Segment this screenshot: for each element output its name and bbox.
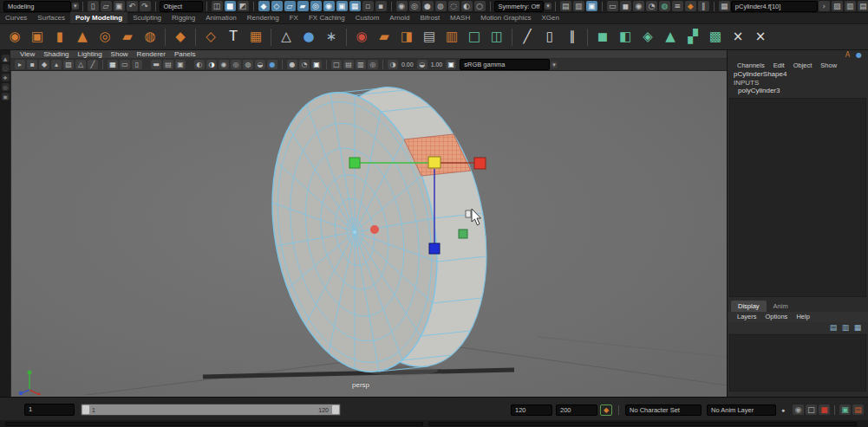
type-tool-icon[interactable]: T <box>223 27 244 48</box>
character-set-dropdown[interactable]: No Character Set <box>625 404 702 416</box>
multisample-icon[interactable]: ◍ <box>243 60 253 69</box>
lock-selection-icon[interactable]: ▫ <box>362 1 374 11</box>
viewport-canvas[interactable]: persp <box>10 71 727 398</box>
exposure-icon[interactable]: ◑ <box>388 60 398 69</box>
color-management-icon[interactable]: ▣ <box>446 60 456 69</box>
manipulator-green-handle[interactable] <box>349 158 360 168</box>
poly-plane-icon[interactable]: ▰ <box>117 27 138 48</box>
construction-history-icon[interactable]: ▣ <box>586 1 597 11</box>
select-hierarchy-icon[interactable]: ◫ <box>212 1 223 11</box>
tab-fx-caching[interactable]: FX Caching <box>303 12 350 23</box>
menu-show[interactable]: Show <box>817 61 840 69</box>
wireframe-on-shaded-icon[interactable]: ▣ <box>311 60 322 69</box>
loop-icon[interactable]: □ <box>806 404 817 415</box>
menu-channels[interactable]: Channels <box>734 61 768 69</box>
gamma-icon[interactable]: ◒ <box>417 60 427 69</box>
project-curve-icon[interactable]: ▩ <box>705 27 726 48</box>
isolate-select-icon[interactable]: ● <box>287 60 297 69</box>
menu-edit[interactable]: Edit <box>770 61 788 69</box>
extract-icon[interactable]: ▤ <box>419 27 440 48</box>
ao-icon[interactable]: ◉ <box>219 60 229 69</box>
menu-set-value[interactable]: Modeling <box>3 1 71 12</box>
image-plane-icon[interactable]: ▧ <box>63 60 74 69</box>
tab-rigging[interactable]: Rigging <box>166 12 200 23</box>
chevron-down-icon[interactable]: ▾ <box>72 3 79 10</box>
highlight-selection-icon[interactable]: ▪ <box>375 1 387 11</box>
mask-rendering-icon[interactable]: ▣ <box>336 1 348 11</box>
tab-display[interactable]: Display <box>731 301 767 312</box>
auto-key-icon[interactable]: ■ <box>819 404 830 415</box>
rotate-tool-icon[interactable]: ◎ <box>2 83 10 91</box>
tab-rendering[interactable]: Rendering <box>242 12 284 23</box>
boolean-intersection-icon[interactable]: ◈ <box>637 27 658 48</box>
separate-icon[interactable]: ◨ <box>396 27 417 48</box>
fog-icon[interactable]: ◒ <box>255 60 265 69</box>
collapse-status-icon[interactable]: › <box>819 1 830 11</box>
tab-anim[interactable]: Anim <box>767 301 795 312</box>
hypershade-icon[interactable]: ◍ <box>659 1 670 11</box>
lock-camera-icon[interactable]: ▪ <box>27 60 37 69</box>
aa-icon[interactable]: ◎ <box>368 60 378 69</box>
grid-icon[interactable]: ▦ <box>108 60 118 69</box>
panel-tool-settings-icon[interactable]: ● <box>854 50 864 61</box>
tab-arnold[interactable]: Arnold <box>384 12 414 23</box>
selection-mask-dropdown[interactable]: Object <box>160 1 203 12</box>
anim-prefs-icon[interactable]: ▣ <box>839 404 851 415</box>
manipulator-center-handle[interactable] <box>428 157 441 168</box>
arnold-renderview-icon[interactable]: ◆ <box>685 1 696 11</box>
ipr-render-icon[interactable]: ◉ <box>633 1 644 11</box>
script-editor-icon[interactable]: ▤ <box>852 404 864 415</box>
mask-dynamics-icon[interactable]: ◉ <box>323 1 335 11</box>
dof-icon[interactable]: ● <box>267 60 277 69</box>
new-scene-icon[interactable]: ▯ <box>88 1 99 11</box>
tab-surfaces[interactable]: Surfaces <box>32 12 70 23</box>
tab-fx[interactable]: FX <box>284 12 303 23</box>
menu-show[interactable]: Show <box>107 50 133 58</box>
grease-pencil-icon[interactable]: ╱ <box>88 60 98 69</box>
numeric-input-mode-icon[interactable]: ▦ <box>719 1 730 11</box>
tab-bifrost[interactable]: Bifrost <box>414 12 445 23</box>
lasso-tool-icon[interactable]: ◌ <box>2 64 10 72</box>
duplicate-face-icon[interactable]: ▥ <box>441 27 462 48</box>
shadows-icon[interactable]: ◑ <box>206 60 217 69</box>
mask-deformers-icon[interactable]: ◎ <box>310 1 322 11</box>
view-transform-dropdown[interactable]: sRGB gamma ▾ <box>460 59 558 70</box>
tab-motion-graphics[interactable]: Motion Graphics <box>475 12 536 23</box>
animation-end-field[interactable]: 200 <box>556 404 597 416</box>
range-slider[interactable]: 1 120 <box>81 404 341 416</box>
numeric-input-field[interactable]: pCylinder4.f[10] <box>731 1 818 12</box>
field-chart-icon[interactable]: ▤ <box>163 60 173 69</box>
combine-icon[interactable]: ▰ <box>374 27 395 48</box>
playback-end-field[interactable]: 120 <box>511 404 552 416</box>
menu-lighting[interactable]: Lighting <box>74 50 107 58</box>
mask-handles-icon[interactable]: ◆ <box>258 1 270 11</box>
chevron-down-icon[interactable]: ▾ <box>545 3 551 10</box>
menu-set-dropdown[interactable]: Modeling ▾ <box>3 1 79 12</box>
tab-xgen[interactable]: XGen <box>536 12 564 23</box>
scale-tool-icon[interactable]: ▣ <box>2 93 10 100</box>
range-end-handle[interactable] <box>332 405 339 414</box>
boolean-difference-icon[interactable]: ◧ <box>615 27 636 48</box>
poly-disc-icon[interactable]: ◍ <box>140 27 160 48</box>
film-gate-icon[interactable]: ▭ <box>120 60 130 69</box>
create-layer-from-selected-icon[interactable]: ▥ <box>840 322 851 333</box>
channel-list-area[interactable] <box>729 98 866 297</box>
open-scene-icon[interactable]: ▱ <box>101 1 112 11</box>
view-transform-value[interactable]: sRGB gamma <box>460 59 550 70</box>
mask-joints-icon[interactable]: ◇ <box>271 1 283 11</box>
menu-layers[interactable]: Layers <box>733 313 761 320</box>
platonic-solid-icon[interactable]: ◆ <box>170 27 191 48</box>
snap-view-plane-icon[interactable]: ◌ <box>448 1 460 11</box>
scene-3d[interactable] <box>11 71 728 395</box>
channel-box-shape-node[interactable]: pCylinderShape4 <box>728 70 868 79</box>
manipulator-blue-handle[interactable] <box>429 243 440 254</box>
set-key-icon[interactable]: ◆ <box>600 404 612 416</box>
bevel-icon[interactable]: ▲ <box>660 27 681 48</box>
range-start-handle[interactable] <box>82 405 89 414</box>
delete-component-icon[interactable]: × <box>750 27 771 48</box>
select-camera-icon[interactable]: ▸ <box>15 60 25 69</box>
boolean-union-icon[interactable]: ◼ <box>592 27 613 48</box>
ssao-icon[interactable]: ▥ <box>356 60 366 69</box>
anim-layer-dropdown[interactable]: No Anim Layer <box>707 404 776 416</box>
mask-misc-icon[interactable]: ▦ <box>349 1 361 11</box>
